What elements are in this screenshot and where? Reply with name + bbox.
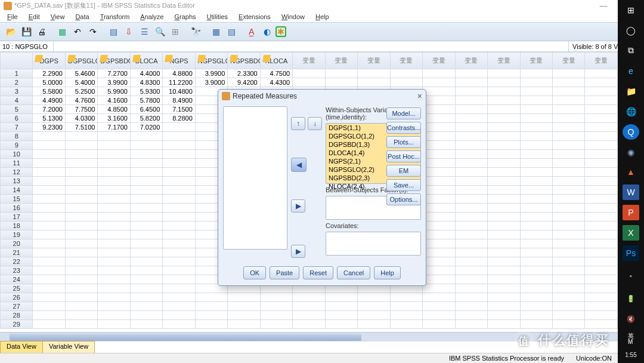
data-cell[interactable] <box>455 320 487 329</box>
data-cell[interactable] <box>455 275 487 284</box>
data-cell[interactable] <box>98 248 130 257</box>
data-cell[interactable] <box>488 320 520 329</box>
data-cell[interactable] <box>488 257 520 266</box>
tray-up-icon[interactable]: ˄ <box>623 270 639 286</box>
data-cell[interactable] <box>552 186 584 195</box>
data-cell[interactable] <box>325 311 357 320</box>
data-cell[interactable] <box>520 320 552 329</box>
data-cell[interactable] <box>585 186 618 195</box>
goto-var-icon[interactable]: ⇩ <box>122 24 136 39</box>
data-cell[interactable] <box>552 123 584 132</box>
row-header[interactable]: 13 <box>1 177 33 186</box>
data-cell[interactable] <box>130 311 162 320</box>
data-cell[interactable] <box>33 239 65 248</box>
data-cell[interactable]: 4.4000 <box>130 69 162 78</box>
row-header[interactable]: 14 <box>1 186 33 195</box>
data-cell[interactable] <box>520 257 552 266</box>
data-cell[interactable] <box>585 275 618 284</box>
paste-button[interactable]: Paste <box>270 266 299 279</box>
data-cell[interactable] <box>585 284 618 293</box>
data-cell[interactable] <box>488 96 520 105</box>
data-cell[interactable] <box>520 222 552 230</box>
data-cell[interactable]: 5.2500 <box>65 87 97 96</box>
data-cell[interactable] <box>65 284 97 293</box>
tab-variable-view[interactable]: Variable View <box>42 341 95 353</box>
data-cell[interactable] <box>390 69 422 78</box>
data-cell[interactable]: 5.9900 <box>98 87 130 96</box>
data-cell[interactable] <box>130 141 162 150</box>
data-cell[interactable] <box>293 320 325 329</box>
menu-edit[interactable]: Edit <box>24 13 45 21</box>
win-start-icon[interactable]: ⊞ <box>623 2 639 18</box>
data-cell[interactable] <box>65 177 97 186</box>
data-cell[interactable] <box>585 320 618 329</box>
data-cell[interactable] <box>552 204 584 213</box>
data-cell[interactable] <box>423 275 455 284</box>
data-cell[interactable] <box>65 168 97 177</box>
save-icon[interactable]: 💾 <box>19 24 33 39</box>
data-cell[interactable] <box>228 302 260 311</box>
data-cell[interactable] <box>585 239 618 248</box>
data-cell[interactable] <box>163 204 195 213</box>
photoshop-icon[interactable]: Ps <box>623 245 639 261</box>
data-cell[interactable] <box>358 69 390 78</box>
row-header[interactable]: 16 <box>1 204 33 213</box>
row-header[interactable]: 4 <box>1 96 33 105</box>
data-cell[interactable] <box>33 177 65 186</box>
data-cell[interactable] <box>65 311 97 320</box>
data-cell[interactable] <box>455 293 487 302</box>
data-cell[interactable] <box>195 293 227 302</box>
data-cell[interactable] <box>552 168 584 177</box>
data-cell[interactable] <box>423 284 455 293</box>
print-icon[interactable]: 🖨 <box>35 24 49 39</box>
row-header[interactable]: 5 <box>1 105 33 114</box>
data-cell[interactable] <box>98 275 130 284</box>
data-cell[interactable] <box>130 168 162 177</box>
data-cell[interactable] <box>163 186 195 195</box>
data-cell[interactable]: 5.7800 <box>130 96 162 105</box>
data-cell[interactable] <box>33 132 65 141</box>
data-cell[interactable] <box>293 69 325 78</box>
data-cell[interactable] <box>455 105 487 114</box>
data-cell[interactable] <box>488 293 520 302</box>
data-cell[interactable]: 11.2200 <box>163 78 195 87</box>
data-cell[interactable]: 3.1600 <box>98 114 130 123</box>
data-cell[interactable] <box>163 123 195 132</box>
data-cell[interactable] <box>455 186 487 195</box>
data-cell[interactable] <box>423 320 455 329</box>
data-cell[interactable] <box>585 168 618 177</box>
data-cell[interactable]: 7.1700 <box>98 123 130 132</box>
explorer-icon[interactable]: 📁 <box>623 84 639 99</box>
data-cell[interactable] <box>552 114 584 123</box>
data-cell[interactable] <box>520 105 552 114</box>
data-cell[interactable] <box>488 195 520 204</box>
excel-icon[interactable]: X <box>623 225 639 241</box>
data-cell[interactable]: 7.1500 <box>163 105 195 114</box>
posthoc-button[interactable]: Post Hoc... <box>386 150 421 162</box>
data-cell[interactable] <box>585 114 618 123</box>
menu-utilities[interactable]: Utilities <box>202 13 233 21</box>
data-cell[interactable] <box>552 213 584 222</box>
data-cell[interactable] <box>455 222 487 230</box>
scrollbar-thumb[interactable] <box>10 334 361 341</box>
data-cell[interactable] <box>455 266 487 275</box>
reset-button[interactable]: Reset <box>303 266 333 279</box>
move-down-button[interactable]: ↓ <box>308 117 322 130</box>
data-cell[interactable]: 3.9900 <box>195 69 227 78</box>
data-cell[interactable] <box>520 87 552 96</box>
data-cell[interactable] <box>585 141 618 150</box>
data-cell[interactable] <box>552 177 584 186</box>
data-cell[interactable] <box>98 302 130 311</box>
data-cell[interactable] <box>455 248 487 257</box>
data-cell[interactable]: 9.4200 <box>228 78 260 87</box>
data-cell[interactable] <box>585 248 618 257</box>
data-cell[interactable]: 7.5100 <box>65 123 97 132</box>
model-button[interactable]: Model... <box>386 107 421 119</box>
data-cell[interactable]: 2.3300 <box>228 69 260 78</box>
cancel-button[interactable]: Cancel <box>337 266 370 279</box>
data-cell[interactable] <box>65 275 97 284</box>
data-cell[interactable] <box>585 302 618 311</box>
data-cell[interactable] <box>98 320 130 329</box>
data-cell[interactable] <box>585 266 618 275</box>
data-cell[interactable] <box>552 275 584 284</box>
